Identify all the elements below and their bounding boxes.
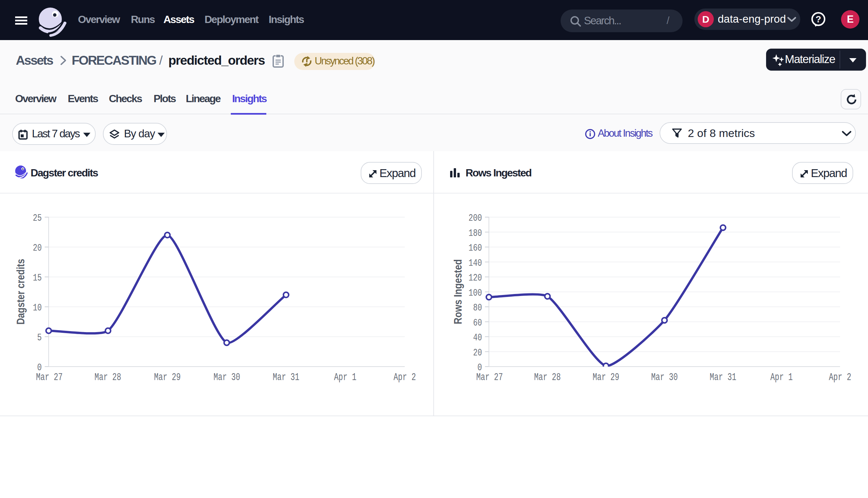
svg-text:Mar 28: Mar 28	[534, 371, 561, 383]
svg-text:180: 180	[469, 228, 482, 239]
svg-text:Mar 30: Mar 30	[651, 371, 678, 383]
svg-text:Mar 27: Mar 27	[476, 371, 503, 383]
svg-text:140: 140	[469, 258, 482, 269]
svg-text:80: 80	[473, 302, 482, 313]
svg-text:25: 25	[33, 212, 42, 224]
svg-text:Apr 1: Apr 1	[334, 371, 356, 383]
svg-text:Apr 2: Apr 2	[829, 371, 851, 383]
svg-text:60: 60	[473, 317, 482, 328]
svg-text:Mar 29: Mar 29	[154, 371, 181, 383]
svg-text:Mar 27: Mar 27	[36, 371, 63, 383]
svg-text:20: 20	[473, 347, 482, 358]
svg-text:Mar 31: Mar 31	[710, 371, 737, 383]
svg-text:120: 120	[469, 272, 482, 284]
svg-text:Dagster credits: Dagster credits	[14, 259, 27, 325]
svg-text:Mar 31: Mar 31	[273, 371, 299, 383]
svg-text:100: 100	[469, 287, 482, 299]
svg-text:Apr 1: Apr 1	[770, 371, 793, 383]
svg-text:5: 5	[37, 332, 42, 343]
svg-text:Mar 29: Mar 29	[593, 371, 620, 383]
svg-text:?: ?	[815, 14, 821, 24]
svg-text:160: 160	[469, 243, 482, 253]
svg-text:Mar 28: Mar 28	[95, 371, 121, 383]
svg-text:10: 10	[33, 302, 42, 313]
svg-text:15: 15	[33, 272, 42, 284]
svg-text:20: 20	[33, 243, 42, 253]
svg-text:Mar 30: Mar 30	[214, 371, 240, 383]
svg-text:40: 40	[473, 332, 482, 343]
svg-text:Rows Ingested: Rows Ingested	[452, 259, 464, 324]
svg-text:200: 200	[469, 212, 482, 224]
svg-text:Apr 2: Apr 2	[394, 371, 416, 383]
